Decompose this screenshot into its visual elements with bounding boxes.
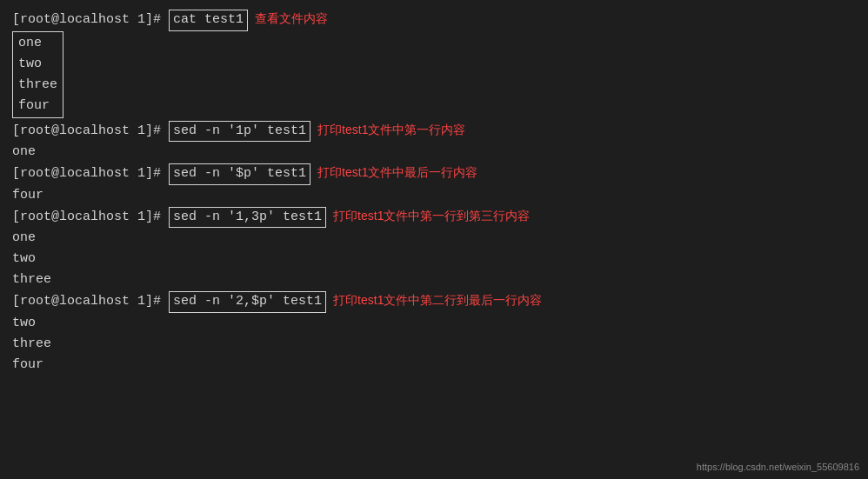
terminal-container: [root@localhost 1]# cat test1查看文件内容 one … [12, 9, 856, 376]
file-output-line-1: one [18, 33, 57, 54]
comment-4: 打印test1文件中第一行到第三行内容 [333, 206, 530, 225]
output-4b: two [12, 249, 856, 269]
command-line-4: [root@localhost 1]# sed -n '1,3p' test1打… [12, 206, 856, 229]
cmd-box-4: sed -n '1,3p' test1 [169, 207, 326, 229]
prompt-2: [root@localhost 1]# [12, 121, 169, 142]
output-4a: one [12, 228, 856, 249]
file-output-line-2: two [18, 54, 57, 75]
prompt-3: [root@localhost 1]# [12, 163, 169, 184]
command-line-2: [root@localhost 1]# sed -n '1p' test1打印t… [12, 120, 856, 143]
comment-3: 打印test1文件中最后一行内容 [317, 163, 477, 182]
output-5a: two [12, 313, 856, 334]
file-output-line-4: four [18, 96, 57, 116]
output-3: four [12, 185, 856, 206]
prompt-5: [root@localhost 1]# [12, 291, 169, 312]
command-line-3: [root@localhost 1]# sed -n '$p' test1打印t… [12, 163, 856, 185]
file-output-line-3: three [18, 75, 57, 96]
watermark: https://blog.csdn.net/weixin_55609816 [697, 462, 859, 472]
output-5b: three [12, 334, 856, 355]
file-output-block: one two three four [12, 31, 63, 118]
comment-5: 打印test1文件中第二行到最后一行内容 [333, 290, 542, 309]
command-line-5: [root@localhost 1]# sed -n '2,$p' test1打… [12, 290, 856, 313]
output-4c: three [12, 269, 856, 290]
prompt-1: [root@localhost 1]# [12, 10, 169, 30]
cmd-box-2: sed -n '1p' test1 [169, 121, 310, 143]
comment-1: 查看文件内容 [255, 9, 328, 28]
prompt-4: [root@localhost 1]# [12, 207, 169, 228]
cmd-box-5: sed -n '2,$p' test1 [169, 291, 326, 313]
cmd-box-3: sed -n '$p' test1 [169, 163, 310, 185]
output-5c: four [12, 355, 856, 376]
comment-2: 打印test1文件中第一行内容 [317, 120, 465, 139]
cmd-box-1: cat test1 [169, 10, 248, 31]
output-2: one [12, 142, 856, 163]
command-line-1: [root@localhost 1]# cat test1查看文件内容 [12, 9, 856, 31]
